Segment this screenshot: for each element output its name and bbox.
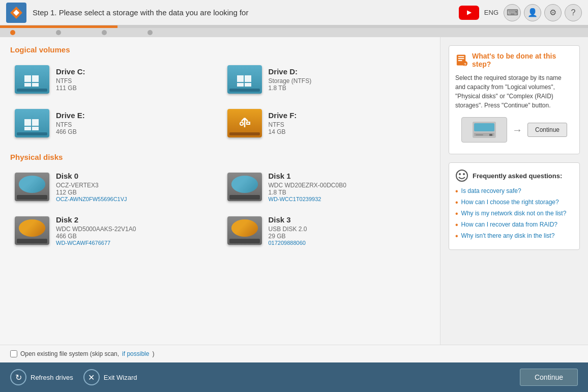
disk-2-info: Disk 2 WDC WD5000AAKS-22V1A0 466 GB WD-W… — [56, 215, 136, 246]
svg-point-31 — [456, 170, 467, 181]
drive-e-icon — [14, 108, 50, 138]
disk-2-icon — [14, 215, 50, 246]
disk-3-info: Disk 3 USB DISK 2.0 29 GB 017209888060 — [269, 215, 307, 246]
svg-rect-29 — [476, 134, 483, 135]
svg-rect-6 — [32, 83, 39, 87]
faq-link-5[interactable]: Why isn't there any disk in the list? — [461, 232, 555, 239]
checkbox-label-end: ) — [152, 350, 154, 357]
faq-bullet-1: • — [455, 187, 458, 195]
help-button[interactable]: ? — [565, 4, 582, 21]
svg-rect-19 — [247, 122, 250, 124]
faq-link-2[interactable]: How can I choose the right storage? — [461, 199, 559, 206]
drive-f[interactable]: Drive F: NTFS 14 GB — [223, 104, 430, 143]
disk-1[interactable]: Disk 1 WDC WD20EZRX-00DC0B0 1.8 TB WD-WC… — [223, 167, 430, 206]
refresh-icon: ↻ — [10, 369, 26, 385]
left-panel: Logical volumes Drive C: — [0, 37, 440, 345]
keyboard-button[interactable]: ⌨ — [504, 4, 521, 21]
continue-small-button[interactable]: Continue — [527, 123, 567, 137]
skip-scan-checkbox[interactable] — [10, 350, 17, 357]
svg-rect-30 — [489, 134, 492, 136]
svg-rect-27 — [474, 123, 494, 131]
faq-bullet-3: • — [455, 210, 458, 218]
help-title-text: What's to be done at this step? — [472, 52, 573, 68]
faq-bullet-5: • — [455, 232, 458, 240]
user-button[interactable]: 👤 — [524, 4, 541, 21]
help-illustration: → Continue — [455, 117, 573, 143]
faq-section: Frequently asked questions: • Is data re… — [449, 162, 580, 250]
svg-rect-5 — [24, 83, 31, 87]
svg-rect-7 — [237, 75, 244, 82]
checkbox-label: Open existing file system (skip scan, — [20, 350, 119, 357]
app-logo — [6, 3, 26, 23]
header-title: Step 1. Please select a storage with the… — [33, 8, 459, 17]
drive-d[interactable]: Drive D: Storage (NTFS) 1.8 TB — [223, 60, 430, 99]
faq-item-1: • Is data recovery safe? — [455, 187, 573, 195]
faq-icon — [455, 169, 468, 182]
svg-rect-9 — [237, 83, 244, 87]
faq-title-text: Frequently asked questions: — [473, 172, 562, 180]
drive-d-info: Drive D: Storage (NTFS) 1.8 TB — [269, 67, 312, 92]
drive-f-icon — [227, 108, 262, 138]
svg-rect-12 — [32, 119, 39, 126]
header: Step 1. Please select a storage with the… — [0, 0, 588, 25]
svg-rect-3 — [24, 75, 31, 82]
physical-disks-grid: Disk 0 OCZ-VERTEX3 112 GB OCZ-AWNZ0FW556… — [10, 167, 430, 250]
drive-e-info: Drive E: NTFS 466 GB — [56, 111, 85, 135]
progress-steps — [0, 28, 588, 37]
checkbox-area: Open existing file system (skip scan, if… — [0, 345, 588, 362]
refresh-label: Refresh drives — [31, 374, 73, 381]
svg-rect-23 — [458, 60, 462, 61]
faq-title: Frequently asked questions: — [455, 169, 573, 182]
svg-point-32 — [459, 173, 461, 175]
svg-rect-10 — [245, 83, 251, 87]
disk-3-icon — [227, 215, 262, 246]
disk-0-info: Disk 0 OCZ-VERTEX3 112 GB OCZ-AWNZ0FW556… — [56, 172, 127, 202]
svg-text:?: ? — [464, 62, 466, 67]
faq-link-1[interactable]: Is data recovery safe? — [461, 187, 521, 194]
svg-rect-21 — [458, 56, 464, 57]
faq-link-4[interactable]: How can I recover data from RAID? — [461, 221, 557, 228]
illus-drive-box — [461, 117, 507, 143]
svg-rect-14 — [32, 127, 39, 130]
drive-d-icon — [227, 64, 262, 95]
svg-rect-8 — [245, 75, 251, 82]
disk-0[interactable]: Disk 0 OCZ-VERTEX3 112 GB OCZ-AWNZ0FW556… — [10, 167, 218, 206]
if-possible-link[interactable]: if possible — [122, 350, 149, 357]
step-2-dot — [56, 30, 61, 35]
exit-wizard-button[interactable]: ✕ Exit Wizard — [83, 369, 137, 385]
arrow-icon: → — [512, 124, 522, 136]
footer: ↻ Refresh drives ✕ Exit Wizard Continue — [0, 362, 588, 392]
disk-2[interactable]: Disk 2 WDC WD5000AAKS-22V1A0 466 GB WD-W… — [10, 211, 218, 250]
disk-3[interactable]: Disk 3 USB DISK 2.0 29 GB 017209888060 — [223, 211, 430, 250]
faq-bullet-4: • — [455, 221, 458, 229]
svg-rect-11 — [24, 119, 31, 126]
faq-item-2: • How can I choose the right storage? — [455, 199, 573, 207]
exit-label: Exit Wizard — [104, 374, 137, 381]
refresh-drives-button[interactable]: ↻ Refresh drives — [10, 369, 73, 385]
disk-1-icon — [227, 172, 262, 202]
svg-point-33 — [463, 173, 465, 175]
drive-f-info: Drive F: NTFS 14 GB — [269, 111, 297, 135]
header-controls: ▶ ENG ⌨ 👤 ⚙ ? — [459, 4, 582, 21]
help-section: ? What's to be done at this step? Select… — [449, 45, 580, 154]
step-3-dot — [102, 30, 107, 35]
drive-e[interactable]: Drive E: NTFS 466 GB — [10, 104, 218, 143]
svg-rect-4 — [32, 75, 39, 82]
drive-c[interactable]: Drive C: NTFS 111 GB — [10, 60, 218, 99]
youtube-button[interactable]: ▶ — [459, 6, 479, 20]
faq-item-3: • Why is my network disk not on the list… — [455, 210, 573, 218]
book-icon: ? — [455, 53, 468, 67]
settings-button[interactable]: ⚙ — [544, 4, 562, 21]
drive-c-info: Drive C: NTFS 111 GB — [56, 67, 85, 92]
faq-link-3[interactable]: Why is my network disk not on the list? — [461, 210, 567, 217]
step-4-dot — [148, 30, 153, 35]
faq-item-5: • Why isn't there any disk in the list? — [455, 232, 573, 240]
continue-button[interactable]: Continue — [520, 369, 578, 386]
disk-0-icon — [14, 172, 50, 202]
language-label: ENG — [484, 9, 498, 16]
disk-1-info: Disk 1 WDC WD20EZRX-00DC0B0 1.8 TB WD-WC… — [269, 172, 346, 202]
svg-rect-22 — [458, 58, 464, 59]
step-1-dot — [10, 30, 15, 35]
faq-item-4: • How can I recover data from RAID? — [455, 221, 573, 229]
progress-bar — [0, 25, 588, 28]
